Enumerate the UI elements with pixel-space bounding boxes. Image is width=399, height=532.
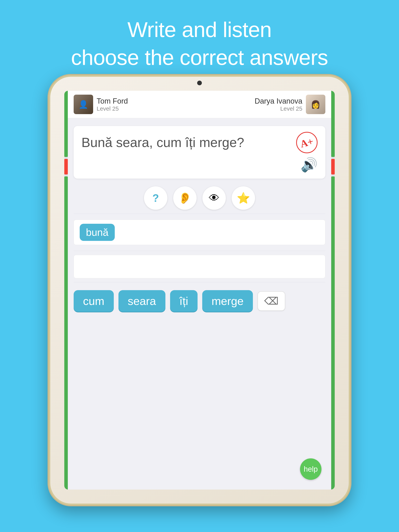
help-button[interactable]: help xyxy=(300,458,322,480)
delete-button[interactable]: ⌫ xyxy=(257,291,285,311)
header-title: Write and listen choose the correct answ… xyxy=(0,16,399,71)
user-left-info: Tom Ford Level 25 xyxy=(97,97,128,112)
word-btn-cum[interactable]: cum xyxy=(74,290,114,312)
question-card: A+ Bună seara, cum îți merge? 🔊 xyxy=(74,126,325,178)
star-icon: ⭐ xyxy=(237,192,250,204)
header-bar: 👤 Tom Ford Level 25 Darya Ivanova Level … xyxy=(68,91,331,118)
action-buttons-row: ? 👂 👁 ⭐ xyxy=(74,186,325,210)
backspace-icon: ⌫ xyxy=(264,295,279,307)
header-section: Write and listen choose the correct answ… xyxy=(0,0,399,83)
word-btn-seara[interactable]: seara xyxy=(118,290,165,312)
speaker-icon: 🔊 xyxy=(301,157,318,172)
eye-button[interactable]: 👁 xyxy=(202,186,226,210)
user-right-name: Darya Ivanova xyxy=(255,97,302,105)
answer-area-top: bună xyxy=(74,220,325,245)
screen-content: 👤 Tom Ford Level 25 Darya Ivanova Level … xyxy=(68,91,331,489)
listen-button[interactable]: 👂 xyxy=(173,186,197,210)
ear-icon: 👂 xyxy=(178,192,192,204)
star-button[interactable]: ⭐ xyxy=(232,186,255,210)
grade-badge: A+ xyxy=(296,132,318,153)
answer-area-empty xyxy=(74,255,325,278)
placed-chip-buna[interactable]: bună xyxy=(80,224,115,241)
word-choices-row: cum seara îți merge ⌫ xyxy=(68,284,331,318)
ipad-camera xyxy=(197,81,202,85)
user-right-level: Level 25 xyxy=(255,105,302,112)
eye-icon: 👁 xyxy=(209,192,219,204)
avatar-left: 👤 xyxy=(74,95,93,114)
ipad-frame: 👤 Tom Ford Level 25 Darya Ivanova Level … xyxy=(48,74,351,506)
header-line2: choose the correct answers xyxy=(71,45,328,69)
ipad-screen: 👤 Tom Ford Level 25 Darya Ivanova Level … xyxy=(64,91,335,489)
user-right-info: Darya Ivanova Level 25 xyxy=(255,97,302,112)
progress-bar-right xyxy=(331,91,335,489)
question-text: Bună seara, cum îți merge? xyxy=(81,134,318,151)
divider-2 xyxy=(74,251,325,251)
help-label: help xyxy=(304,465,318,473)
progress-bar-left xyxy=(64,91,68,489)
divider-1 xyxy=(74,214,325,214)
user-left-level: Level 25 xyxy=(97,105,128,112)
word-btn-iti[interactable]: îți xyxy=(170,290,198,312)
speaker-button[interactable]: 🔊 xyxy=(81,157,318,173)
hint-button[interactable]: ? xyxy=(144,186,167,210)
word-btn-merge[interactable]: merge xyxy=(202,290,253,312)
question-mark-icon: ? xyxy=(152,192,159,204)
user-right: Darya Ivanova Level 25 👩 xyxy=(255,95,325,114)
divider-3 xyxy=(74,282,325,282)
user-left-name: Tom Ford xyxy=(97,97,128,105)
header-line1: Write and listen xyxy=(127,18,272,41)
user-left: 👤 Tom Ford Level 25 xyxy=(74,95,128,114)
avatar-right: 👩 xyxy=(306,95,325,114)
grade-text: A+ xyxy=(299,135,315,150)
